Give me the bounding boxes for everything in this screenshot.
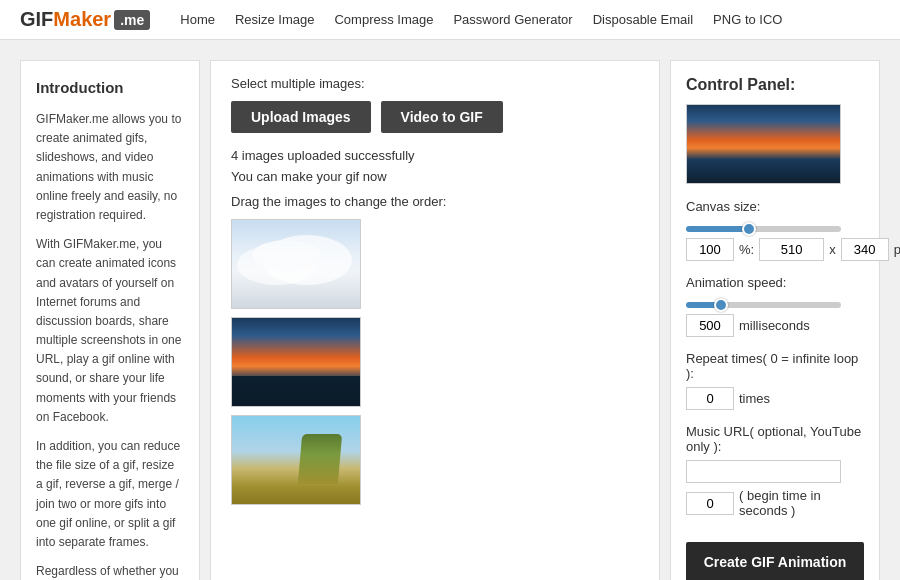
animation-speed-inputs: milliseconds [686, 314, 864, 337]
begin-time-label: ( begin time in seconds ) [739, 488, 864, 518]
sidebar-para-2: With GIFMaker.me, you can create animate… [36, 235, 184, 427]
image-grid [231, 219, 639, 505]
logo-gif: GIF [20, 8, 53, 31]
animation-speed-input[interactable] [686, 314, 734, 337]
sidebar-para-3: In addition, you can reduce the file siz… [36, 437, 184, 552]
repeat-times-label: Repeat times( 0 = infinite loop ): [686, 351, 864, 381]
canvas-px-label: px [894, 242, 900, 257]
logo-me: .me [114, 10, 150, 30]
preview-thumbnail [686, 104, 841, 184]
canvas-size-section: Canvas size: %: x px [686, 199, 864, 261]
button-row: Upload Images Video to GIF [231, 101, 639, 133]
canvas-height-input[interactable] [841, 238, 889, 261]
image-thumb-2[interactable] [231, 317, 361, 407]
main-wrapper: Introduction GIFMaker.me allows you to c… [20, 60, 880, 580]
sidebar-para-4: Regardless of whether you are a professi… [36, 562, 184, 580]
canvas-percent-input[interactable] [686, 238, 734, 261]
header: GIFMaker.me Home Resize Image Compress I… [0, 0, 900, 40]
nav-resize[interactable]: Resize Image [235, 12, 314, 27]
sidebar-para-1: GIFMaker.me allows you to create animate… [36, 110, 184, 225]
video-to-gif-button[interactable]: Video to GIF [381, 101, 503, 133]
nav-email[interactable]: Disposable Email [593, 12, 693, 27]
canvas-size-slider[interactable] [686, 226, 841, 232]
canvas-percent-label: %: [739, 242, 754, 257]
nav-compress[interactable]: Compress Image [334, 12, 433, 27]
logo-maker: Maker [53, 8, 111, 31]
milliseconds-label: milliseconds [739, 318, 810, 333]
repeat-times-input[interactable] [686, 387, 734, 410]
info-message: You can make your gif now [231, 169, 639, 184]
canvas-size-inputs: %: x px [686, 238, 864, 261]
nav-password[interactable]: Password Generator [453, 12, 572, 27]
begin-time-input[interactable] [686, 492, 734, 515]
image-thumb-1[interactable] [231, 219, 361, 309]
animation-speed-label: Animation speed: [686, 275, 864, 290]
canvas-width-input[interactable] [759, 238, 824, 261]
music-url-input[interactable] [686, 460, 841, 483]
create-gif-button[interactable]: Create GIF Animation [686, 542, 864, 580]
center-content: Select multiple images: Upload Images Vi… [210, 60, 660, 580]
times-label: times [739, 391, 770, 406]
music-url-label: Music URL( optional, YouTube only ): [686, 424, 864, 454]
sidebar-title: Introduction [36, 76, 184, 100]
nav-home[interactable]: Home [180, 12, 215, 27]
main-nav: Home Resize Image Compress Image Passwor… [180, 12, 782, 27]
canvas-size-label: Canvas size: [686, 199, 864, 214]
animation-speed-slider[interactable] [686, 302, 841, 308]
repeat-times-section: Repeat times( 0 = infinite loop ): times [686, 351, 864, 410]
drag-label: Drag the images to change the order: [231, 194, 639, 209]
begin-time-row: ( begin time in seconds ) [686, 488, 864, 518]
panel-title: Control Panel: [686, 76, 864, 94]
success-message: 4 images uploaded successfully [231, 148, 639, 163]
control-panel: Control Panel: Canvas size: %: x px Anim… [670, 60, 880, 580]
music-url-section: Music URL( optional, YouTube only ): ( b… [686, 424, 864, 518]
animation-speed-section: Animation speed: milliseconds [686, 275, 864, 337]
image-thumb-3[interactable] [231, 415, 361, 505]
logo: GIFMaker.me [20, 8, 150, 31]
canvas-x-label: x [829, 242, 836, 257]
nav-png[interactable]: PNG to ICO [713, 12, 782, 27]
repeat-times-inputs: times [686, 387, 864, 410]
upload-images-button[interactable]: Upload Images [231, 101, 371, 133]
sidebar: Introduction GIFMaker.me allows you to c… [20, 60, 200, 580]
select-label: Select multiple images: [231, 76, 639, 91]
